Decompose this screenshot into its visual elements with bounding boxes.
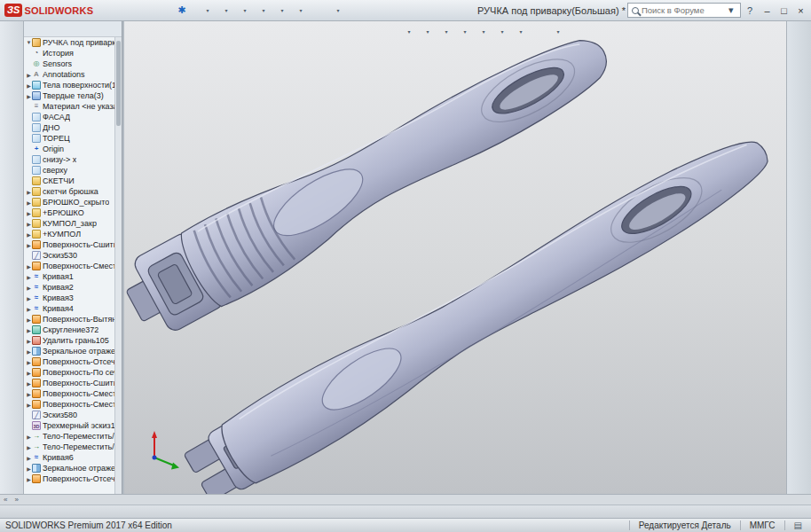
tree-item[interactable]: скетчи брюшка	[24, 186, 114, 197]
apply-scene-icon[interactable]	[494, 24, 509, 39]
tree-item[interactable]: Кривая1	[24, 271, 114, 282]
tree-item[interactable]: Твердые тела(3)	[24, 90, 114, 101]
tree-item[interactable]: Удалить грань105	[24, 335, 114, 346]
tree-item[interactable]: Кривая4	[24, 303, 114, 314]
close-button[interactable]: ×	[792, 3, 809, 19]
shell-icon[interactable]	[4, 431, 20, 447]
tree-item[interactable]: ФАСАД	[24, 112, 114, 122]
featuremanager-tab[interactable]	[28, 23, 40, 35]
rotate-view-icon[interactable]	[791, 220, 808, 237]
tree-item[interactable]: Тело-Переместить/Копир...	[24, 442, 114, 452]
open-icon[interactable]	[217, 3, 233, 19]
expand-arrow-icon[interactable]	[26, 221, 32, 227]
tree-item[interactable]: Поверхность-Отсечь363	[24, 356, 114, 367]
tab-scroll-right[interactable]: »	[11, 496, 21, 504]
pattern-icon[interactable]	[4, 325, 20, 340]
tree-item[interactable]: Кривая6	[24, 452, 114, 463]
expand-arrow-icon[interactable]	[26, 189, 32, 195]
tree-item[interactable]: +КУМПОЛ	[24, 229, 114, 239]
expand-arrow-icon[interactable]	[26, 40, 32, 45]
centerline-icon[interactable]	[35, 506, 49, 518]
tree-item[interactable]: Поверхность-Сместить125	[24, 388, 114, 399]
tree-item[interactable]: Поверхность-Сшить335	[24, 378, 114, 388]
tree-item[interactable]: Кривая2	[24, 282, 114, 293]
tree-item[interactable]: ДНО	[24, 122, 114, 133]
sketch-icon[interactable]	[4, 48, 20, 64]
trim-icon[interactable]	[4, 239, 20, 255]
revolve-icon[interactable]	[4, 388, 20, 404]
model-3d-view[interactable]	[124, 21, 786, 494]
convert-entities-icon[interactable]	[4, 261, 20, 277]
tree-item[interactable]: Эскиз580	[24, 410, 114, 420]
wireframe-icon[interactable]	[791, 259, 808, 276]
edit-appearance-icon[interactable]	[476, 24, 491, 39]
tree-item[interactable]: снизу-> x	[24, 154, 114, 165]
expand-arrow-icon[interactable]	[26, 444, 32, 450]
expand-arrow-icon[interactable]	[26, 434, 32, 440]
tree-item[interactable]: Трехмерный эскиз179	[24, 420, 114, 431]
smart-dimension-icon[interactable]	[4, 69, 20, 85]
expand-arrow-icon[interactable]	[26, 72, 32, 78]
view-orientation-icon[interactable]	[513, 24, 528, 39]
scene-icon[interactable]	[791, 376, 808, 393]
search-icon[interactable]	[632, 7, 639, 14]
maximize-button[interactable]: □	[776, 3, 792, 19]
tree-item[interactable]: Поверхность-Сшить315	[24, 239, 114, 250]
tree-item[interactable]: Зеркальное отражение29	[24, 463, 114, 473]
tree-item[interactable]: сверху	[24, 165, 114, 176]
panel-splitter[interactable]	[122, 21, 124, 494]
tree-item[interactable]: Зеркальное отражение27	[24, 346, 114, 356]
search-dropdown-icon[interactable]: ▾	[726, 4, 736, 16]
status-tag-icon[interactable]: ▤	[784, 520, 811, 530]
arc-icon[interactable]	[83, 506, 97, 518]
tree-item[interactable]: БРЮШКО_скрыто	[24, 197, 114, 207]
zoom-in-icon[interactable]	[791, 64, 808, 81]
expand-arrow-icon[interactable]	[26, 93, 32, 99]
hidden-lines-icon[interactable]	[791, 278, 808, 295]
expand-arrow-icon[interactable]	[26, 327, 32, 333]
tree-item[interactable]: Origin	[24, 144, 114, 154]
previous-view-icon[interactable]	[791, 103, 808, 120]
select-icon[interactable]	[292, 3, 308, 19]
options-icon[interactable]	[329, 3, 345, 19]
zoom-fit-icon[interactable]	[345, 24, 360, 39]
displaymanager-tab[interactable]	[88, 23, 100, 35]
tree-item[interactable]: Тело-Переместить/Копир...	[24, 431, 114, 442]
circle-icon[interactable]	[67, 506, 81, 518]
print-icon[interactable]	[255, 3, 271, 19]
minimize-button[interactable]: –	[759, 3, 776, 19]
polygon-icon[interactable]	[4, 197, 20, 213]
isometric-view-icon[interactable]	[791, 200, 808, 217]
rectangle-icon[interactable]	[4, 176, 20, 192]
rotate-view-icon[interactable]	[531, 24, 547, 39]
expand-arrow-icon[interactable]	[26, 370, 32, 376]
select-icon[interactable]	[4, 27, 20, 43]
propertymanager-tab[interactable]	[43, 23, 55, 35]
tree-item[interactable]: СКЕТЧИ	[24, 176, 114, 186]
expand-arrow-icon[interactable]	[26, 263, 32, 270]
expand-arrow-icon[interactable]	[26, 285, 32, 291]
tree-item[interactable]: Sensors	[24, 59, 114, 69]
expand-arrow-icon[interactable]	[26, 200, 32, 206]
point-icon[interactable]	[115, 506, 129, 518]
line-icon[interactable]	[4, 90, 20, 106]
tree-item[interactable]: Поверхность-Вытянуть54	[24, 314, 114, 325]
expand-arrow-icon[interactable]	[26, 391, 32, 397]
tree-item[interactable]: Кривая3	[24, 293, 114, 303]
arc-icon[interactable]	[4, 133, 20, 149]
smart-dimension-icon[interactable]	[179, 506, 193, 518]
camera-icon[interactable]	[550, 24, 565, 39]
extrude-icon[interactable]	[4, 367, 20, 383]
offset-icon[interactable]	[4, 282, 20, 298]
line-icon[interactable]	[20, 506, 33, 518]
save-icon[interactable]	[236, 3, 252, 19]
tree-item[interactable]: КУМПОЛ_закр	[24, 218, 114, 229]
search-input[interactable]	[642, 5, 723, 15]
section-view-icon[interactable]	[791, 337, 808, 354]
expand-arrow-icon[interactable]	[26, 210, 32, 216]
handle-model-lower[interactable]	[178, 118, 783, 494]
help-icon[interactable]: ?	[744, 5, 755, 16]
expand-arrow-icon[interactable]	[26, 466, 32, 472]
expand-arrow-icon[interactable]	[26, 242, 32, 248]
tree-item[interactable]: Поверхность-Сместить118	[24, 261, 114, 271]
